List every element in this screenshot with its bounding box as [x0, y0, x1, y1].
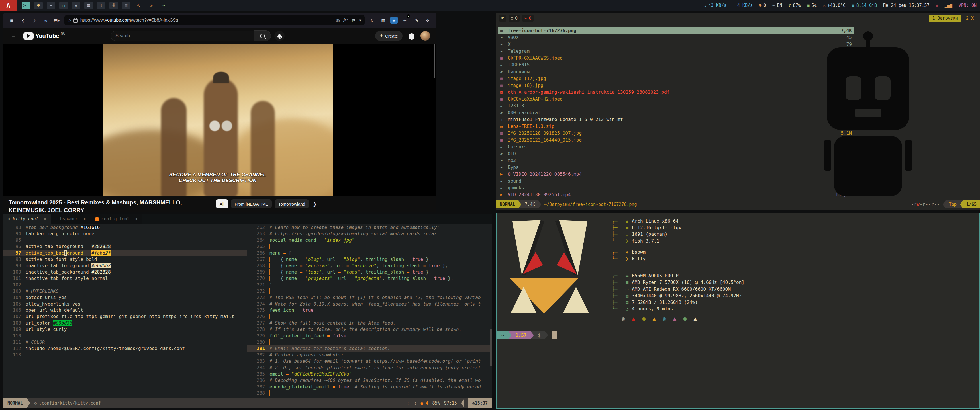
mic-button[interactable] [274, 31, 285, 41]
file-row[interactable]: ▧Lens-FREE-1.3.zip32,9M [498, 123, 854, 130]
extensions-puzzle-icon[interactable]: ❖ [423, 16, 432, 24]
notifications-bell-icon[interactable] [409, 33, 414, 39]
file-row[interactable]: ▰Cursors4 [498, 143, 854, 150]
file-row[interactable]: ▯MiniFuse1_Firmware_Update_1_5_0_212_win… [498, 116, 854, 123]
create-button[interactable]: +Create [375, 31, 402, 41]
close-icon[interactable]: × [44, 216, 46, 221]
file-row[interactable]: ▰VBOX45 [498, 34, 854, 41]
image-icon[interactable]: ▦ [84, 2, 93, 9]
terminal-icon[interactable]: >_ [22, 2, 30, 9]
bookmark-flag-icon[interactable]: ⚑ [352, 17, 356, 23]
files-icon[interactable]: ▰ [47, 2, 55, 9]
rss-icon[interactable]: ◍ [336, 17, 340, 23]
editor-tab-config.toml[interactable]: Tconfig.toml× [91, 214, 142, 224]
file-row[interactable]: ▰gomuks10 [498, 184, 854, 191]
file-row[interactable]: ▦IMG_20250123_164440_015.jpg3,6M [498, 137, 854, 143]
signal[interactable]: ▂▄▆ [945, 3, 952, 8]
pomodoro-icon[interactable]: ◕ 4 [420, 400, 428, 406]
avatar[interactable] [420, 31, 430, 41]
file-row[interactable]: ▦free-icon-bot-7167276.png7,4K [498, 27, 854, 34]
file-row[interactable]: ▰Буря0 [498, 164, 854, 171]
translate-icon[interactable]: Aᵃ [343, 17, 348, 23]
code-line: 101inactive_tab_font_style normal [3, 275, 247, 281]
bot-icon[interactable]: ☻ [34, 2, 43, 9]
filter-chip[interactable]: Tomorrowland [275, 199, 309, 208]
notifications[interactable]: ◍ [936, 3, 939, 8]
back-icon[interactable]: ❮ [19, 16, 27, 24]
chat-icon[interactable]: ❏ [59, 2, 68, 9]
file-row[interactable]: ▦image (17).jpg236,7K [498, 75, 854, 82]
uptime-icon: ◔ [622, 305, 632, 312]
file-row[interactable]: ▶VID_20241130_092551.mp4151,3M [498, 191, 854, 198]
keyboard-layout[interactable]: ⌨EN [772, 3, 782, 8]
dropdown-caret-icon[interactable]: ▾ [359, 17, 361, 23]
youtube-logo[interactable]: YouTube RU [23, 32, 65, 40]
img-icon: ▦ [500, 137, 508, 143]
shield-icon[interactable]: ◇ [68, 18, 71, 22]
fm-tab[interactable]: 1 Загрузки [929, 15, 961, 22]
list-icon[interactable]: ≣ [122, 2, 130, 9]
grid-icon[interactable]: ⋕ [110, 2, 118, 9]
file-row[interactable]: ▨oth_A_ardor-gaming-wakizashi_instrukcia… [498, 89, 854, 96]
filter-chip[interactable]: From iNEGATIVE [231, 199, 272, 208]
file-row[interactable]: ▰OLD0 [498, 150, 854, 157]
close-icon[interactable]: × [135, 216, 138, 221]
sidebar-icon[interactable]: ▥ [379, 16, 387, 24]
net-down[interactable]: ↓43 KB/s [704, 3, 727, 8]
tilde-icon[interactable]: ~ [159, 2, 168, 9]
file-row[interactable]: ▰Telegram205 [498, 48, 854, 55]
windows-icon[interactable]: ❖ [72, 2, 80, 9]
filter-chip[interactable]: All [216, 199, 228, 208]
file-row[interactable]: ▰mp377 [498, 157, 854, 164]
volume[interactable]: ♪87% [788, 3, 800, 8]
editor-tab-bspwmrc[interactable]: ▯bspwmrc× [51, 214, 91, 224]
search-button[interactable] [254, 30, 271, 41]
editor-scrollbar[interactable] [490, 329, 492, 366]
yt-hamburger-icon[interactable]: ≡ [9, 32, 18, 40]
fetch-gap [612, 262, 745, 268]
file-row[interactable]: ▰000-razobrat10 [498, 109, 854, 116]
chips-chevron-right-icon[interactable]: ❯ [313, 201, 317, 207]
file-row[interactable]: ▶Q_VIDEO_20241220_085546.mp497,2M [498, 171, 854, 178]
file-row[interactable]: ▰Пингвины16 [498, 68, 854, 75]
file-row[interactable]: ▦GkFPR-GXUAACWSS.jpeg128,4K [498, 55, 854, 62]
forward-icon[interactable]: ❯ [30, 16, 39, 24]
memory[interactable]: ▤8,14 GiB [852, 3, 877, 8]
downloads-icon[interactable]: ⇩ [368, 16, 376, 24]
net-up[interactable]: ↑4 KB/s [733, 3, 752, 8]
vpn-status[interactable]: VPN: ON [959, 3, 977, 8]
temperature[interactable]: ♨+43.0°C [823, 3, 846, 8]
editor-pane-kitty-conf[interactable]: 93#tab_bar_background #16161694tab_bar_m… [3, 224, 247, 398]
file-row[interactable]: ▰X79 [498, 41, 854, 48]
fm-tab[interactable]: 2 X [963, 15, 977, 22]
search-input[interactable] [111, 31, 254, 41]
url-text[interactable]: https://www.youtube.com/watch?v=5b8A-jgx… [80, 17, 333, 23]
chevrons-icon[interactable]: » [147, 2, 156, 9]
editor-tab-kitty.conf[interactable]: ▯kitty.conf× [3, 214, 51, 224]
select-hand-icon[interactable]: ☛ [499, 15, 506, 22]
reader-list-icon[interactable]: ▤▾ [53, 16, 62, 24]
file-row[interactable]: ▰sound2 [498, 178, 854, 184]
arch-launcher-icon[interactable]: Λ [0, 0, 16, 11]
file-row[interactable]: ▰1231132 [498, 103, 854, 109]
extension-blue-icon[interactable]: ◈ [390, 16, 398, 24]
ghost-counter[interactable]: ☻0 [759, 3, 766, 8]
cpu-load[interactable]: ▣5% [807, 3, 816, 8]
video-player[interactable]: BECOME A MEMBER OF THE CHANNEL CHECK OUT… [3, 44, 436, 196]
file-row[interactable]: ▦IMG_20250128_091825_007.jpg5,1M [498, 130, 854, 137]
clock[interactable]: Пн 24 фев 15:37:57 [883, 3, 929, 8]
proxy-extension-icon[interactable]: ◔ [412, 16, 420, 24]
file-row[interactable]: ▦image (8).jpg212,4K [498, 82, 854, 89]
file-row[interactable]: ▦GkC0yLaXgAAP-H2.jpeg112,2K [498, 96, 854, 103]
editor-pane-config-toml[interactable]: 262# Learn how to create these images in… [247, 224, 492, 398]
file-row[interactable]: ▰TORRENTS35 [498, 62, 854, 68]
close-icon[interactable]: × [83, 216, 86, 221]
shell-prompt[interactable]: ~ 1.57 $ [497, 331, 557, 339]
screenshot-extension-icon[interactable]: ✛ [401, 16, 409, 24]
url-bar[interactable]: ◇ https://www.youtube.com/watch?v=5b8A-j… [64, 15, 365, 25]
menu-icon[interactable]: ≡ [7, 16, 16, 24]
pulse-icon[interactable]: ∿ [134, 2, 143, 9]
reload-icon[interactable]: ↻ [41, 16, 50, 24]
download-icon[interactable]: ⇩ [97, 2, 105, 9]
browser-scrollbar[interactable] [434, 44, 435, 78]
